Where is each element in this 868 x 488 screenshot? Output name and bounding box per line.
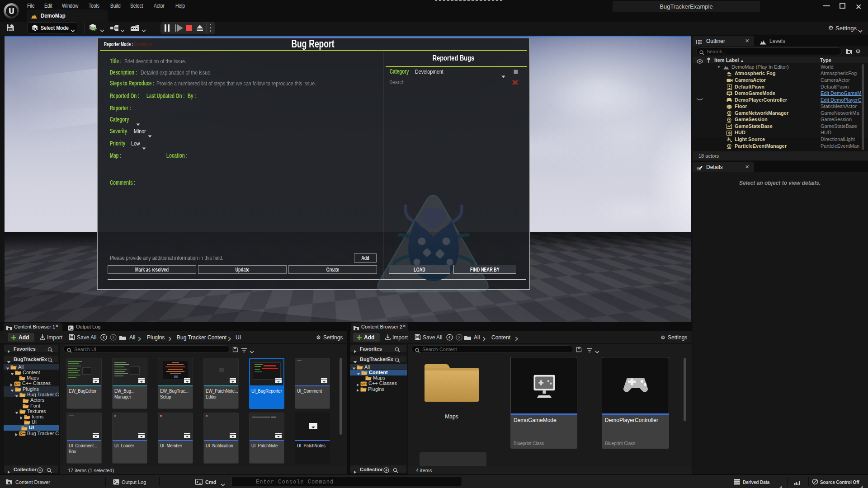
svg-text:C++: C++ bbox=[361, 382, 367, 385]
svg-text:C++: C++ bbox=[20, 432, 26, 435]
svg-text:C++: C++ bbox=[15, 382, 21, 385]
